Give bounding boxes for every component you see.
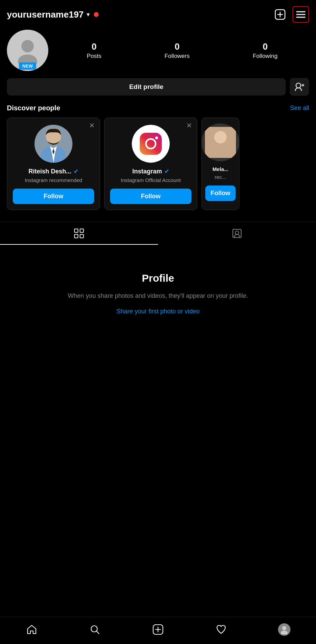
tagged-icon [232,228,242,239]
discover-card-2: ✕ [104,118,197,210]
svg-rect-19 [80,229,83,232]
header-left: yourusername197 ▾ [7,9,99,20]
close-icon-card-1[interactable]: ✕ [89,122,95,129]
tabs-row [0,222,316,245]
svg-point-8 [296,83,301,88]
see-all-link[interactable]: See all [290,104,309,112]
discover-scroll: ✕ Riteish Desh... ✔ Instagram recommende… [0,118,316,218]
action-row: Edit profile [0,78,316,104]
discover-card-3: Mela... rec... Follow [201,118,239,210]
card-subtitle-2: Instagram Official Account [121,177,181,184]
svg-rect-13 [140,133,162,155]
card-avatar-3 [201,123,239,161]
svg-point-6 [21,40,34,52]
card-subtitle-3: rec... [215,173,226,181]
follow-button-1[interactable]: Follow [13,189,94,204]
add-post-button[interactable] [273,7,288,22]
new-badge: NEW [19,62,36,70]
search-icon [90,624,100,635]
following-label: Following [253,53,278,60]
posts-stat[interactable]: 0 Posts [87,41,101,60]
stats-row: 0 Posts 0 Followers 0 Following [55,41,309,60]
nav-heart[interactable] [211,622,231,637]
discover-title: Discover people [7,104,60,112]
home-icon [27,624,37,635]
tab-tagged[interactable] [158,222,316,245]
svg-rect-21 [80,234,83,238]
nav-search[interactable] [85,622,105,637]
svg-point-15 [155,137,158,139]
verified-icon-2: ✔ [164,168,169,175]
chevron-down-icon[interactable]: ▾ [87,11,90,18]
card-subtitle-1: Instagram recommended [25,177,82,184]
nav-avatar [278,623,290,636]
edit-profile-button[interactable]: Edit profile [7,78,286,95]
header-right [273,6,309,23]
followers-stat[interactable]: 0 Followers [165,41,190,60]
share-first-photo-link[interactable]: Share your first photo or video [116,308,199,315]
svg-point-30 [282,626,286,630]
card-name-1: Riteish Desh... [28,168,71,175]
following-count: 0 [263,41,267,52]
follow-button-2[interactable]: Follow [110,189,191,204]
add-icon [152,624,164,635]
svg-point-23 [235,231,239,234]
card-name-3: Mela... [213,166,228,172]
username[interactable]: yourusername197 [7,9,84,20]
follow-button-3[interactable]: Follow [205,185,236,201]
discover-header: Discover people See all [0,104,316,118]
posts-count: 0 [92,41,97,52]
discover-card-1: ✕ Riteish Desh... ✔ Instagram recommende… [7,118,100,210]
nav-add[interactable] [148,622,168,637]
nav-home[interactable] [21,622,42,637]
menu-button[interactable] [293,6,309,23]
following-stat[interactable]: 0 Following [253,41,278,60]
add-person-button[interactable] [290,78,309,96]
followers-count: 0 [175,41,179,52]
svg-rect-20 [75,234,78,238]
heart-icon [216,624,226,635]
empty-state-description: When you share photos and videos, they'l… [68,291,248,301]
svg-line-25 [97,631,99,634]
grid-icon [74,228,84,239]
empty-state-title: Profile [142,272,174,284]
notification-dot [94,12,99,17]
posts-label: Posts [87,53,101,60]
followers-label: Followers [165,53,190,60]
card-avatar-2 [132,125,170,163]
svg-rect-18 [75,229,78,232]
svg-point-17 [214,131,227,143]
card-name-row-2: Instagram ✔ [132,168,169,175]
card-name-2: Instagram [132,168,162,175]
card-name-row-1: Riteish Desh... ✔ [28,168,78,175]
tab-grid[interactable] [0,222,158,245]
card-avatar-1 [34,125,72,163]
close-icon-card-2[interactable]: ✕ [186,122,192,129]
avatar-wrapper: NEW [7,30,48,71]
header: yourusername197 ▾ [0,0,316,26]
verified-icon-1: ✔ [73,168,79,175]
profile-empty-state: Profile When you share photos and videos… [0,245,316,329]
bottom-nav [0,617,316,644]
profile-section: NEW 0 Posts 0 Followers 0 Following [0,26,316,78]
nav-profile[interactable] [274,622,295,637]
card-name-row-3: Mela... [213,166,228,172]
